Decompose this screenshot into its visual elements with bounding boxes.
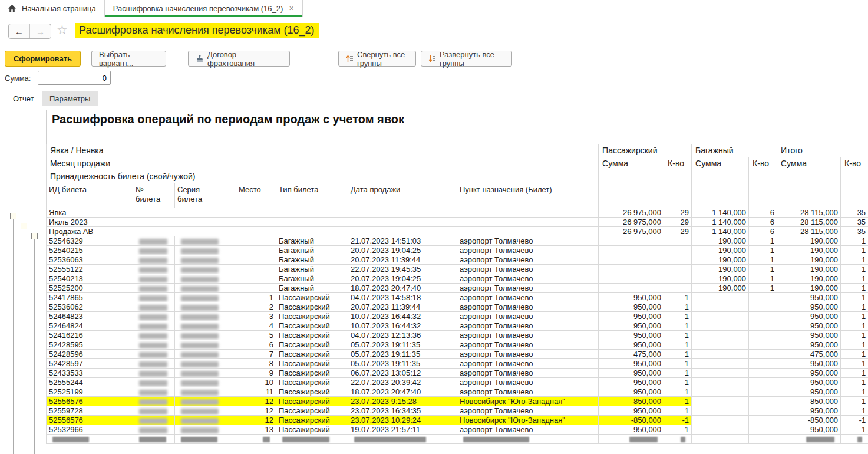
cell-total-sum[interactable]: 190,000 xyxy=(777,274,841,284)
cell-ticket-id[interactable]: 52536062 xyxy=(47,302,133,312)
cell-total-sum[interactable]: 950,000 xyxy=(777,321,841,331)
cell-bag-qty[interactable]: 1 xyxy=(749,246,777,255)
cell-total-qty[interactable]: 1 xyxy=(841,246,868,255)
cell-seat[interactable] xyxy=(236,255,276,265)
cell-bag-qty[interactable] xyxy=(749,369,777,378)
cell-destination[interactable]: аэропорт Толмачево xyxy=(457,312,599,321)
cell-ticket-id[interactable]: 52416216 xyxy=(47,331,133,340)
cell-bag-qty[interactable] xyxy=(749,397,777,406)
cell-ticket-id[interactable]: 52546329 xyxy=(47,236,133,246)
cell-pass-qty[interactable]: 1 xyxy=(664,406,692,416)
cell-total-qty[interactable]: 1 xyxy=(841,350,868,359)
collapse-group-3-button[interactable] xyxy=(31,233,38,239)
cell-sale-date[interactable]: 22.07.2023 19:45:35 xyxy=(348,265,457,274)
cell-ticket-number[interactable] xyxy=(133,369,175,378)
cell-pass-qty[interactable]: 29 xyxy=(664,227,692,236)
cell-ticket-type[interactable]: Пассажирский xyxy=(276,369,348,378)
cell-pass-sum[interactable]: 950,000 xyxy=(599,312,664,321)
cell-bag-sum[interactable] xyxy=(692,340,749,350)
charter-contract-button[interactable]: Договор фрахтования xyxy=(188,51,290,67)
cell-ticket-number[interactable] xyxy=(133,435,175,444)
cell-destination[interactable]: аэропорт Толмачево xyxy=(457,255,599,265)
cell-sale-date[interactable]: 20.07.2023 11:39:44 xyxy=(348,302,457,312)
cell-ticket-series[interactable] xyxy=(175,274,236,284)
cell-ticket-number[interactable] xyxy=(133,274,175,284)
cell-ticket-id[interactable]: 52428597 xyxy=(47,359,133,369)
cell-total-qty[interactable]: 35 xyxy=(841,227,868,236)
cell-bag-qty[interactable] xyxy=(749,378,777,387)
tab-close-icon[interactable]: × xyxy=(289,4,293,12)
cell-bag-qty[interactable] xyxy=(749,387,777,397)
cell-ticket-id[interactable]: 52556576 xyxy=(47,416,133,425)
cell-ticket-id[interactable]: 52540213 xyxy=(47,274,133,284)
cell-seat[interactable] xyxy=(236,246,276,255)
cell-ticket-id[interactable] xyxy=(47,435,133,444)
cell-total-qty[interactable]: 1 xyxy=(841,387,868,397)
cell-bag-qty[interactable] xyxy=(749,359,777,369)
cell-ticket-series[interactable] xyxy=(175,255,236,265)
cell-ticket-id[interactable]: 52525200 xyxy=(47,284,133,293)
cell-ticket-type[interactable]: Пассажирский xyxy=(276,312,348,321)
cell-total-qty[interactable]: 1 xyxy=(841,359,868,369)
cell-total-sum[interactable]: 190,000 xyxy=(777,246,841,255)
header-col-destination[interactable]: Пункт назначения (Билет) xyxy=(457,183,599,208)
cell-pass-sum[interactable] xyxy=(599,236,664,246)
cell-pass-qty[interactable]: 1 xyxy=(664,302,692,312)
cell-ticket-id[interactable]: 52559728 xyxy=(47,406,133,416)
cell-total-qty[interactable]: 1 xyxy=(841,321,868,331)
cell-pass-qty[interactable] xyxy=(664,284,692,293)
cell-ticket-type[interactable]: Пассажирский xyxy=(276,378,348,387)
cell-ticket-number[interactable] xyxy=(133,293,175,302)
collapse-groups-button[interactable]: Свернуть все группы xyxy=(338,51,416,67)
cell-bag-sum[interactable] xyxy=(692,359,749,369)
cell-pass-qty[interactable]: 1 xyxy=(664,340,692,350)
header-col-ticket-number[interactable]: № билета xyxy=(133,183,175,208)
header-empty-cell[interactable] xyxy=(777,170,841,208)
cell-bag-sum[interactable] xyxy=(692,378,749,387)
cell-ticket-type[interactable] xyxy=(276,435,348,444)
cell-pass-sum[interactable]: -850,000 xyxy=(599,416,664,425)
cell-total-sum[interactable]: 28 115,000 xyxy=(777,218,841,227)
cell-pass-sum[interactable]: 950,000 xyxy=(599,331,664,340)
cell-ticket-type[interactable]: Пассажирский xyxy=(276,425,348,435)
cell-total-sum[interactable] xyxy=(777,435,841,444)
cell-ticket-id[interactable]: 52532966 xyxy=(47,425,133,435)
cell-sale-date[interactable]: 10.07.2023 16:44:32 xyxy=(348,321,457,331)
cell-bag-qty[interactable]: 6 xyxy=(749,227,777,236)
cell-total-sum[interactable]: 28 115,000 xyxy=(777,208,841,218)
cell-pass-qty[interactable]: 1 xyxy=(664,397,692,406)
cell-ticket-series[interactable] xyxy=(175,236,236,246)
cell-pass-qty[interactable] xyxy=(664,236,692,246)
cell-pass-qty[interactable]: 1 xyxy=(664,425,692,435)
cell-bag-sum[interactable] xyxy=(692,350,749,359)
cell-seat[interactable]: 4 xyxy=(236,321,276,331)
header-empty-cell[interactable] xyxy=(841,170,868,208)
cell-pass-qty[interactable]: 1 xyxy=(664,378,692,387)
cell-total-sum[interactable]: 950,000 xyxy=(777,387,841,397)
cell-ticket-series[interactable] xyxy=(175,302,236,312)
cell-sale-date[interactable]: 21.07.2023 14:51:03 xyxy=(348,236,457,246)
cell-total-sum[interactable]: 190,000 xyxy=(777,255,841,265)
cell-bag-sum[interactable] xyxy=(692,425,749,435)
collapse-group-1-button[interactable] xyxy=(10,213,16,219)
cell-bag-sum[interactable] xyxy=(692,369,749,378)
group-label[interactable]: Продажа АВ xyxy=(47,227,599,236)
cell-pass-qty[interactable]: 1 xyxy=(664,359,692,369)
cell-ticket-type[interactable]: Багажный xyxy=(276,284,348,293)
cell-ticket-number[interactable] xyxy=(133,406,175,416)
cell-bag-qty[interactable] xyxy=(749,312,777,321)
cell-sale-date[interactable]: 19.07.2023 21:57:11 xyxy=(348,425,457,435)
cell-pass-sum[interactable] xyxy=(599,274,664,284)
cell-ticket-type[interactable]: Багажный xyxy=(276,255,348,265)
cell-bag-sum[interactable]: 190,000 xyxy=(692,284,749,293)
cell-pass-sum[interactable]: 26 975,000 xyxy=(599,208,664,218)
cell-total-qty[interactable]: 1 xyxy=(841,340,868,350)
cell-ticket-series[interactable] xyxy=(175,359,236,369)
cell-bag-sum[interactable] xyxy=(692,302,749,312)
cell-total-sum[interactable]: 950,000 xyxy=(777,340,841,350)
cell-ticket-id[interactable]: 52433533 xyxy=(47,369,133,378)
cell-bag-sum[interactable]: 1 140,000 xyxy=(692,208,749,218)
cell-total-sum[interactable]: 950,000 xyxy=(777,378,841,387)
cell-total-qty[interactable]: 1 xyxy=(841,302,868,312)
cell-seat[interactable]: 12 xyxy=(236,406,276,416)
